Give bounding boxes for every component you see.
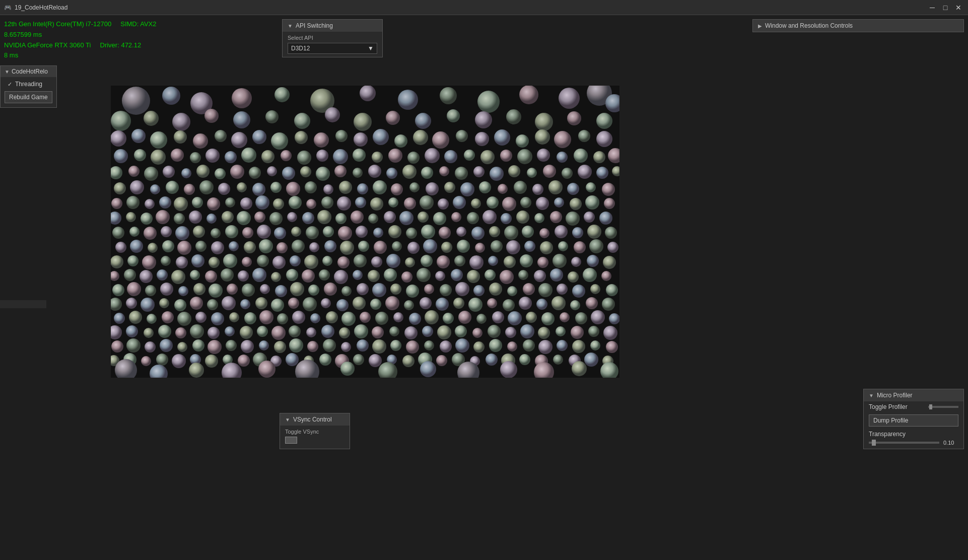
svg-point-9 xyxy=(440,87,457,104)
svg-point-86 xyxy=(128,166,140,177)
micro-profiler-header[interactable]: ▼ Micro Profiler xyxy=(864,389,963,401)
svg-point-450 xyxy=(556,326,566,336)
svg-point-408 xyxy=(375,312,388,325)
window-res-expand-icon: ▶ xyxy=(758,23,762,29)
toggle-profiler-slider-track[interactable] xyxy=(928,406,958,408)
svg-point-187 xyxy=(302,212,314,224)
svg-point-432 xyxy=(257,326,268,337)
dump-profile-button[interactable]: Dump Profile xyxy=(869,414,958,427)
svg-point-258 xyxy=(457,240,470,253)
svg-point-230 xyxy=(504,226,518,240)
svg-point-385 xyxy=(503,299,515,311)
api-switching-header[interactable]: ▼ API Switching xyxy=(283,20,382,32)
svg-point-257 xyxy=(441,242,452,253)
svg-point-436 xyxy=(321,325,334,338)
svg-point-174 xyxy=(604,198,615,209)
svg-point-397 xyxy=(195,312,206,323)
svg-point-131 xyxy=(391,183,403,195)
svg-point-428 xyxy=(190,324,204,338)
svg-point-500 xyxy=(353,354,364,365)
svg-point-213 xyxy=(225,225,238,238)
svg-point-430 xyxy=(225,326,235,336)
svg-point-305 xyxy=(205,270,217,283)
svg-point-183 xyxy=(237,211,251,225)
svg-point-278 xyxy=(272,256,286,269)
svg-point-334 xyxy=(178,286,188,296)
svg-point-350 xyxy=(440,284,452,296)
svg-point-254 xyxy=(392,241,402,251)
svg-point-184 xyxy=(254,212,265,223)
svg-point-202 xyxy=(550,211,562,223)
svg-point-165 xyxy=(453,196,466,209)
svg-point-375 xyxy=(336,299,349,311)
svg-point-473 xyxy=(424,340,434,351)
svg-point-388 xyxy=(551,296,566,310)
svg-point-426 xyxy=(158,325,171,338)
vsync-control-panel: ▼ VSync Control Toggle VSync xyxy=(280,413,350,449)
svg-point-72 xyxy=(388,149,402,163)
minimize-button[interactable]: ─ xyxy=(927,2,938,13)
svg-point-167 xyxy=(487,196,499,208)
toggle-profiler-slider-thumb[interactable] xyxy=(929,404,932,409)
svg-point-145 xyxy=(126,196,140,209)
rebuild-game-button[interactable]: Rebuild Game xyxy=(5,91,52,103)
svg-point-369 xyxy=(240,299,250,309)
svg-point-322 xyxy=(485,269,496,281)
window-res-header[interactable]: ▶ Window and Resolution Controls xyxy=(753,20,963,32)
svg-point-482 xyxy=(572,340,585,353)
maximize-button[interactable]: □ xyxy=(940,2,951,13)
svg-point-54 xyxy=(554,131,571,148)
svg-point-356 xyxy=(538,283,552,297)
svg-point-301 xyxy=(140,270,153,283)
svg-point-329 xyxy=(601,271,611,281)
svg-point-51 xyxy=(494,129,510,146)
svg-point-437 xyxy=(339,327,350,338)
svg-point-522 xyxy=(340,362,355,376)
vsync-header[interactable]: ▼ VSync Control xyxy=(280,413,350,426)
svg-point-315 xyxy=(368,270,380,282)
bottom-scrollbar[interactable] xyxy=(0,300,46,308)
vsync-toggle-button[interactable] xyxy=(285,437,297,444)
svg-point-477 xyxy=(489,339,502,352)
threading-menu-item[interactable]: ✓ Threading xyxy=(5,79,52,89)
svg-point-368 xyxy=(222,296,236,310)
svg-point-80 xyxy=(537,149,550,162)
svg-point-100 xyxy=(368,165,381,178)
svg-point-461 xyxy=(226,340,237,351)
svg-point-16 xyxy=(144,111,159,126)
close-button[interactable]: ✕ xyxy=(953,2,964,13)
svg-point-67 xyxy=(297,151,311,165)
svg-point-208 xyxy=(144,227,157,240)
svg-point-194 xyxy=(418,212,429,223)
svg-point-431 xyxy=(240,326,253,339)
svg-point-354 xyxy=(507,286,517,296)
svg-point-412 xyxy=(443,313,454,324)
svg-point-162 xyxy=(404,197,416,209)
svg-point-176 xyxy=(126,212,136,222)
svg-point-232 xyxy=(539,228,549,238)
api-select-dropdown[interactable]: D3D12 ▼ xyxy=(288,43,377,54)
svg-point-138 xyxy=(514,181,527,194)
svg-point-323 xyxy=(500,270,514,284)
svg-point-206 xyxy=(112,227,124,239)
transparency-slider-track[interactable] xyxy=(869,442,939,444)
svg-point-496 xyxy=(286,353,299,366)
svg-point-403 xyxy=(292,311,305,324)
svg-point-373 xyxy=(303,297,317,311)
svg-point-344 xyxy=(341,286,352,296)
svg-point-21 xyxy=(294,113,310,129)
svg-point-409 xyxy=(393,312,403,322)
svg-point-453 xyxy=(603,326,617,340)
code-hotreload-menu: ▼ CodeHotRelo ✓ Threading Rebuild Game xyxy=(0,65,57,108)
svg-point-264 xyxy=(558,241,568,251)
transparency-slider-thumb[interactable] xyxy=(872,440,876,446)
svg-point-418 xyxy=(541,312,555,325)
svg-point-481 xyxy=(557,340,568,351)
code-hotreload-header[interactable]: ▼ CodeHotRelo xyxy=(1,66,56,77)
svg-point-505 xyxy=(436,355,447,366)
svg-point-205 xyxy=(599,212,612,225)
svg-point-82 xyxy=(574,149,588,163)
toggle-profiler-row: Toggle Profiler xyxy=(864,401,963,412)
svg-point-417 xyxy=(526,312,537,323)
window-controls: ─ □ ✕ xyxy=(927,2,964,13)
